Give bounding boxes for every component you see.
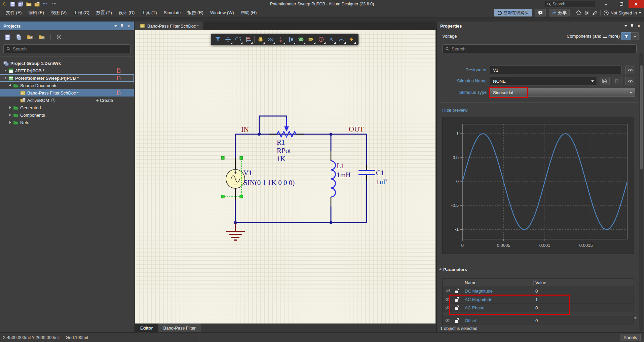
filter-dropdown-button[interactable] bbox=[631, 32, 639, 40]
close-button[interactable]: ✕ bbox=[629, 0, 644, 8]
expand-arrow-icon[interactable] bbox=[9, 121, 11, 124]
stimulus-type-dropdown[interactable]: Sinusoidal bbox=[490, 88, 635, 97]
expand-arrow-icon[interactable] bbox=[5, 69, 6, 72]
c1-designator-label[interactable]: C1 bbox=[376, 169, 384, 177]
place-probe-tool[interactable] bbox=[286, 34, 296, 44]
comment-button[interactable] bbox=[535, 9, 546, 16]
home-icon[interactable] bbox=[576, 10, 581, 15]
tree-item-generated[interactable]: Generated bbox=[0, 104, 134, 111]
pin-icon[interactable] bbox=[631, 24, 634, 28]
menu-help[interactable]: 帮助 (H) bbox=[237, 8, 260, 17]
eye-off-icon[interactable] bbox=[445, 306, 450, 310]
menu-tools[interactable]: 工具 (T) bbox=[138, 8, 160, 17]
designator-input[interactable]: V1 bbox=[490, 66, 622, 74]
maximize-button[interactable] bbox=[614, 0, 629, 8]
eye-off-icon[interactable] bbox=[445, 297, 450, 301]
save-all-icon[interactable] bbox=[18, 1, 23, 7]
tree-item-workspace[interactable]: Project Group 1.DsnWrk bbox=[0, 60, 134, 67]
wire-pot-loop[interactable] bbox=[259, 116, 287, 134]
settings-gear-icon[interactable] bbox=[56, 34, 62, 40]
net-label-out[interactable]: OUT bbox=[349, 125, 364, 133]
pin-icon[interactable] bbox=[120, 24, 123, 28]
place-wire-tool[interactable] bbox=[266, 34, 276, 44]
place-gnd-tool[interactable] bbox=[276, 34, 286, 44]
menu-simulate[interactable]: Simulate bbox=[160, 9, 184, 16]
selection-tool[interactable] bbox=[233, 34, 243, 44]
capacitor-c1[interactable] bbox=[358, 170, 375, 175]
v1-designator-label[interactable]: V1 bbox=[243, 169, 252, 177]
r1-designator-label[interactable]: R1 bbox=[277, 138, 285, 146]
ground-symbol[interactable] bbox=[226, 223, 245, 240]
menu-design[interactable]: 设计 (D) bbox=[115, 8, 138, 17]
align-tool[interactable] bbox=[243, 34, 253, 44]
minimize-button[interactable]: – bbox=[598, 0, 614, 8]
delete-stimulus-button[interactable] bbox=[612, 77, 622, 85]
tree-item-potentiometer-project[interactable]: Potentiometer Sweep.PrjPCB * bbox=[0, 74, 134, 82]
close-icon[interactable]: ✕ bbox=[127, 24, 130, 29]
save-icon[interactable] bbox=[10, 2, 15, 7]
r1-comment-label[interactable]: RPot bbox=[277, 147, 291, 155]
projects-search-input[interactable]: Search bbox=[3, 44, 130, 53]
designator-visibility-button[interactable] bbox=[625, 66, 635, 74]
place-harness-tool[interactable]: D1 bbox=[306, 34, 316, 44]
compile-icon[interactable] bbox=[16, 34, 22, 40]
add-stimulus-button[interactable] bbox=[600, 77, 610, 85]
undo-icon[interactable] bbox=[43, 2, 48, 6]
tab-sheet-band-pass-filter[interactable]: Band-Pass Filter bbox=[158, 324, 201, 332]
net-label-in[interactable]: IN bbox=[241, 125, 249, 134]
lock-open-icon[interactable] bbox=[455, 305, 459, 310]
eye-off-icon[interactable] bbox=[445, 318, 450, 322]
sign-in-menu[interactable]: Not Signed In bbox=[604, 10, 641, 15]
stimulus-visibility-button[interactable] bbox=[625, 77, 635, 85]
move-tool[interactable] bbox=[223, 34, 233, 44]
open-document-icon[interactable] bbox=[34, 2, 40, 7]
r1-value-label[interactable]: 1K bbox=[277, 155, 286, 163]
properties-scrollbar[interactable] bbox=[639, 53, 643, 331]
share-button[interactable]: 分享 bbox=[549, 9, 570, 16]
tree-item-components[interactable]: Components bbox=[0, 111, 134, 119]
save-icon[interactable] bbox=[5, 34, 10, 40]
chevron-down-icon[interactable] bbox=[624, 25, 627, 27]
lock-open-icon[interactable] bbox=[455, 318, 459, 323]
stimulus-name-dropdown[interactable]: NONE bbox=[490, 77, 597, 85]
voltage-source-v1[interactable] bbox=[226, 169, 245, 188]
place-arc-tool[interactable] bbox=[336, 34, 346, 44]
folder-settings-icon[interactable] bbox=[39, 34, 45, 40]
redo-icon[interactable] bbox=[51, 2, 56, 6]
pen-icon[interactable] bbox=[592, 10, 597, 15]
v1-value-label[interactable]: SIN(0 1 1K 0 0 0) bbox=[243, 179, 295, 187]
gear-icon[interactable] bbox=[584, 10, 589, 15]
place-junction-tool[interactable] bbox=[346, 34, 356, 44]
tree-item-schdoc[interactable]: Band-Pass Filter.SchDoc * bbox=[0, 89, 134, 97]
panels-button[interactable]: Panels bbox=[620, 334, 641, 341]
eye-off-icon[interactable] bbox=[445, 289, 450, 293]
place-text-tool[interactable]: A bbox=[326, 34, 336, 44]
menu-project[interactable]: 工程 (C) bbox=[70, 8, 93, 17]
parameter-row-ac-phase[interactable]: AC Phase 0 bbox=[443, 304, 634, 312]
place-part-tool[interactable] bbox=[256, 34, 266, 44]
create-bom-link[interactable]: + Create bbox=[96, 98, 113, 103]
scrollbar-thumb[interactable] bbox=[640, 65, 643, 169]
inductor-l1[interactable] bbox=[331, 161, 336, 197]
menu-file[interactable]: 文件 (F) bbox=[3, 8, 25, 17]
explore-folder-icon[interactable] bbox=[27, 34, 33, 40]
open-icon[interactable] bbox=[26, 2, 32, 6]
hide-preview-link[interactable]: Hide preview bbox=[442, 108, 467, 113]
collapse-arrow-icon[interactable] bbox=[9, 84, 12, 87]
menu-view[interactable]: 视图 (V) bbox=[47, 8, 70, 17]
tree-item-source-documents[interactable]: Source Documents bbox=[0, 82, 134, 89]
l1-designator-label[interactable]: L1 bbox=[337, 162, 344, 170]
document-tab-active[interactable]: Band-Pass Filter.SchDoc * bbox=[135, 22, 204, 30]
table-scroll-down-icon[interactable] bbox=[634, 317, 637, 319]
lock-open-icon[interactable] bbox=[455, 289, 459, 294]
schematic-canvas[interactable]: IN OUT R1 RPot 1K V1 SIN(0 1 1K 0 0 0) L… bbox=[135, 30, 435, 324]
tree-item-nets[interactable]: Nets bbox=[0, 119, 134, 126]
filter-button[interactable] bbox=[621, 32, 631, 40]
place-sheet-symbol-tool[interactable] bbox=[296, 34, 306, 44]
properties-search-input[interactable]: Search bbox=[442, 44, 637, 53]
filter-tool[interactable] bbox=[213, 34, 223, 44]
menu-edit[interactable]: 编辑 (E) bbox=[25, 8, 47, 17]
parameter-row-ac-magnitude[interactable]: AC Magnitude 1 bbox=[443, 295, 634, 304]
parameters-section-header[interactable]: Parameters bbox=[440, 267, 467, 272]
collapse-arrow-icon[interactable] bbox=[4, 76, 7, 79]
